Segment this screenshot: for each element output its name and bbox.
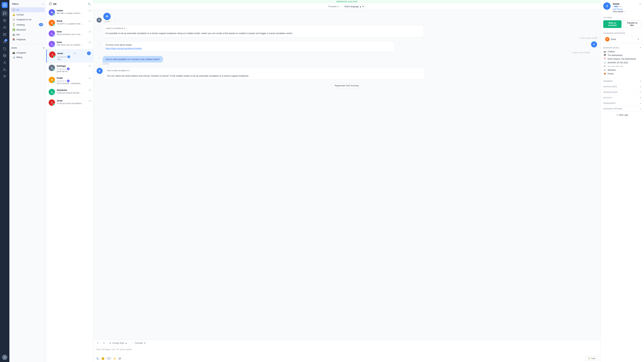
status-dot-luisa-2	[53, 45, 55, 47]
conv-item-santiago[interactable]: S Santiago 9h Assigned to O great will d…	[46, 63, 93, 75]
sidebar-item-assigned-label: Assigned to me	[16, 18, 32, 21]
conv-sub-santiago: Assigned to O	[57, 67, 91, 70]
format-btn[interactable]: A	[102, 341, 106, 345]
edit-icon[interactable]: ✏	[639, 3, 641, 5]
lightning-icon[interactable]: ⚡	[113, 357, 116, 360]
chatbot-icon: 🤖	[603, 50, 606, 53]
collapsible-header-activity[interactable]: ACTIVITY ▼	[600, 95, 644, 100]
avatar-santiago: S	[49, 65, 55, 71]
session-detail-chevron[interactable]: ▼	[640, 47, 641, 49]
assigned-operator-selector[interactable]: R Rohit ▼	[603, 36, 641, 42]
check-icon-2: ✓✓	[570, 52, 573, 54]
session-time-text: 08:04PM, 05 Feb 2025	[608, 61, 628, 64]
conv-item-luisa-1[interactable]: L luisa 2d Para conversar com o seu ...	[46, 28, 93, 39]
avatar-joost-active: J	[49, 51, 56, 58]
change-style-btn[interactable]: 🖌 Change Style ▲	[108, 341, 128, 345]
conv-user-avatar-joost: J	[87, 51, 91, 55]
collapsible-header-visitor_data[interactable]: VISITOR DATA ▼	[600, 84, 644, 89]
svg-point-1	[3, 19, 6, 22]
conv-info-joost-active: Joost 2d J Assigned to R You...	[57, 51, 91, 60]
ai-assist-btn[interactable]: ✦	[96, 341, 100, 345]
conv-item-pratik[interactable]: P Pratik 1d Assigned to O Ok no worries.…	[46, 75, 93, 87]
dot-1	[613, 6, 614, 7]
sidebar-item-all[interactable]: 💬 All	[11, 7, 45, 12]
session-detail-section: SESSION DETAIL ▼ 🤖 Chatbot 🏴 The Netherl…	[600, 45, 644, 78]
view-logs-button[interactable]: ≡ View Logs	[600, 112, 644, 118]
conv-item-akanksha[interactable]: A Akanksha 2d Could you please provide .…	[46, 87, 93, 97]
sidebar-item-awaiting-label: Awaiting	[16, 23, 25, 26]
message-input[interactable]: Type message, use / for quick replies	[93, 347, 600, 355]
conv-search-icon[interactable]: 🔍	[88, 3, 90, 5]
session-detail-title: SESSION DETAIL ▼	[603, 47, 641, 49]
translate-label: Translate to →	[328, 5, 341, 8]
attachment-icon[interactable]: 📎	[96, 357, 99, 360]
nav-labs[interactable]	[2, 74, 8, 80]
conv-item-rohit[interactable]: R Rohit 2d YourGPT is a platform that ..…	[46, 18, 93, 28]
svg-point-13	[4, 61, 5, 63]
escalation-menu-icon[interactable]: ⋮	[96, 25, 101, 29]
collapsible-header-segment[interactable]: SEGMENT ▼	[600, 78, 644, 84]
sidebar-item-awaiting[interactable]: ⏳ Awaiting 204	[11, 22, 45, 27]
msg-group-hi: Hi 7:43 PM ⋮	[96, 13, 597, 23]
transfer-to-bot-button[interactable]: Transfer to Bot	[623, 20, 642, 28]
add-view-icon[interactable]: +	[43, 46, 44, 49]
session-detail-title-text: SESSION DETAIL	[603, 47, 620, 49]
gif-icon[interactable]: GIF	[107, 357, 111, 360]
dot-2	[614, 6, 616, 7]
nav-people[interactable]	[2, 60, 8, 66]
view-details-link[interactable]: View details →	[613, 10, 641, 13]
nav-contacts[interactable]	[2, 24, 8, 30]
question-menu-icon[interactable]: ⋮	[96, 56, 101, 60]
mark-resolved-button[interactable]: Mark as resolved	[603, 20, 622, 28]
status-dot-santiago	[53, 69, 55, 71]
assigned-text-joost: Assigned to	[57, 56, 67, 58]
conv-item-luisa-2[interactable]: L luisa 2d Olá! Para criar um chatbot ..…	[46, 39, 93, 49]
conv-name-akanksha: Akanksha	[57, 89, 67, 91]
avatar-rohit: R	[49, 20, 55, 26]
conv-info-luisa-2: luisa 2d Olá! Para criar um chatbot ...	[57, 41, 91, 46]
conv-list-header: 💬 All 🔍	[46, 0, 93, 7]
nav-team[interactable]	[2, 67, 8, 73]
windows-icon: ⊞	[603, 69, 606, 71]
sidebar-item-billing[interactable]: 📊 Billing	[11, 55, 45, 59]
hi-menu-icon[interactable]: ⋮	[112, 19, 117, 23]
conv-time-joost-active: 2d	[74, 52, 76, 54]
sidebar-collapse-icon[interactable]: ‹	[42, 2, 44, 5]
language-selector[interactable]: Select language ▲ ▼	[343, 5, 366, 8]
regen-button[interactable]: Regenerate Chat Summary	[332, 83, 362, 88]
collapsible-header-advance_options[interactable]: ADVANCE OPTIONS ▼	[600, 106, 644, 111]
nav-settings[interactable]	[2, 53, 8, 59]
note-button[interactable]: 📝 Note	[586, 356, 598, 361]
nav-undo[interactable]	[2, 45, 8, 52]
sidebar-item-helpdesk[interactable]: 📚 Helpdesk	[11, 37, 45, 42]
svg-point-15	[98, 19, 100, 20]
conv-item-joost-2[interactable]: J Joost 2d To set up human escalation...	[46, 97, 93, 108]
sidebar-item-unread[interactable]: 🔔 Unread	[11, 12, 45, 17]
sidebar-item-assigned[interactable]: 📋 Assigned to me	[11, 17, 45, 22]
sidebar-item-bot[interactable]: 🤖 Bot	[11, 32, 45, 37]
chat-header: OPERATOR IS ACTIVE Translate to → Select…	[93, 0, 600, 10]
nav-notes[interactable]	[2, 31, 8, 37]
at-icon[interactable]: @	[118, 357, 121, 360]
emoji-icon[interactable]: 😊	[101, 357, 105, 360]
studio-link[interactable]: https://help.yourgpt.ai/category/studio	[106, 47, 142, 50]
format-icon: A	[103, 342, 105, 344]
collapsible-header-session_data[interactable]: SESSION DATA ▼	[600, 89, 644, 95]
conv-item-matan[interactable]: M matan 2d We offer a variety of pricin.…	[46, 7, 93, 18]
sidebar-item-instagram[interactable]: 📸 Instagram	[11, 50, 45, 55]
sidebar-item-resolved[interactable]: ✅ Resolved	[11, 27, 45, 32]
conv-info-matan: matan 2d We offer a variety of pricin...	[57, 9, 91, 14]
nav-conversations[interactable]	[2, 10, 8, 16]
conv-info-luisa-1: luisa 2d Para conversar com o seu ...	[57, 30, 91, 35]
assigned-op-avatar: R	[605, 37, 610, 41]
operator-status-text: OPERATOR IS ACTIVE	[336, 1, 357, 3]
user-avatar-large: J	[603, 2, 611, 10]
nav-bots[interactable]: 9+	[2, 38, 8, 44]
nav-broadcast[interactable]	[2, 17, 8, 23]
collapsible-header-transcript[interactable]: TRANSCRIPT ▼	[600, 100, 644, 106]
user-avatar-bottom[interactable]: J	[2, 355, 8, 360]
conv-item-joost-active[interactable]: J Joost 2d J Assigned to R You...	[46, 49, 93, 63]
translate-btn[interactable]: ↔ Translate ▼	[131, 341, 147, 345]
add-phone-link[interactable]: Add Phone	[613, 8, 622, 10]
studio-menu-icon[interactable]: ⋮	[96, 41, 101, 45]
